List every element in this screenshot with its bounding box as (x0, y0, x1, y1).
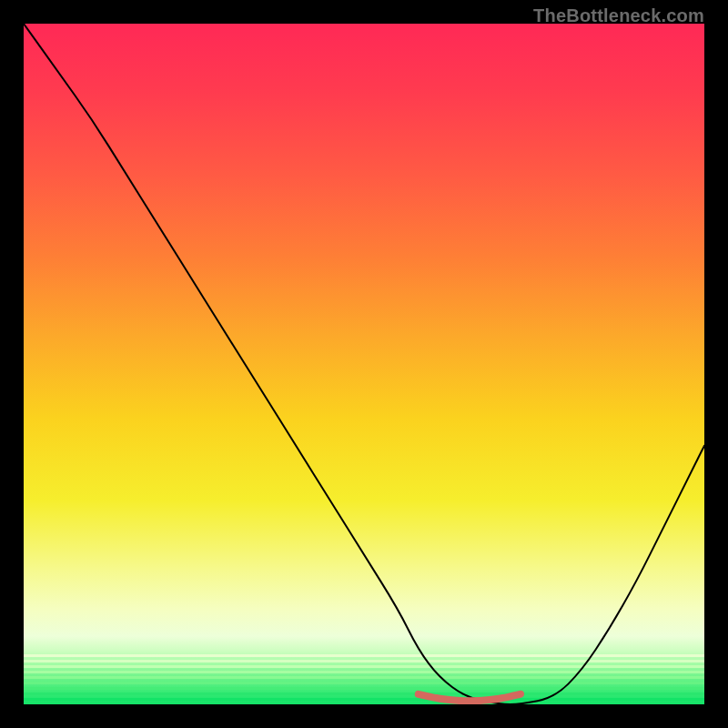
chart-stage: TheBottleneck.com (0, 0, 728, 728)
series-group (24, 24, 704, 704)
gradient-band (24, 676, 704, 679)
gradient-band (24, 698, 704, 701)
gradient-band (24, 687, 704, 690)
gradient-band (24, 665, 704, 668)
gradient-band (24, 660, 704, 662)
chart-svg (24, 24, 704, 704)
series-bottleneck-curve (24, 24, 704, 704)
gradient-band (24, 654, 704, 657)
gradient-band (24, 671, 704, 673)
gradient-band (24, 682, 704, 684)
gradient-band (24, 693, 704, 695)
chart-plot-area (24, 24, 704, 704)
